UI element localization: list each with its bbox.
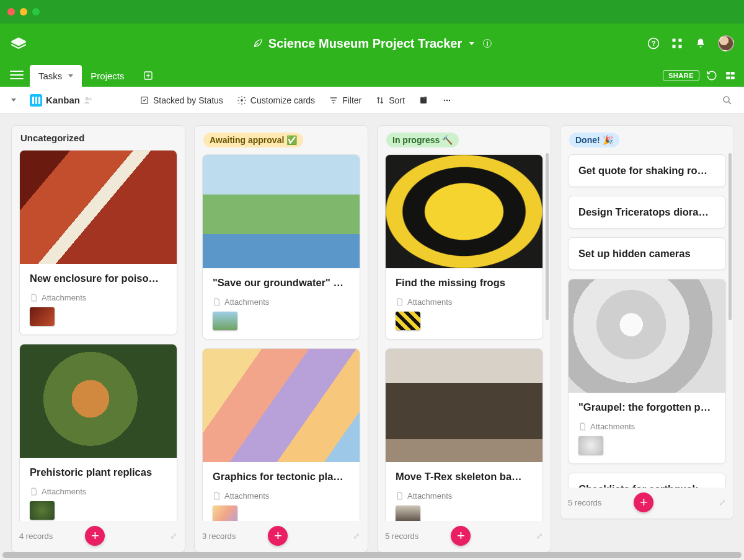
expand-column-icon[interactable]: ⤢ xyxy=(719,497,726,507)
tab-dropdown-icon[interactable] xyxy=(68,74,73,77)
collaborators-icon[interactable] xyxy=(84,95,94,105)
card-title: Set up hidden cameras xyxy=(578,248,715,260)
card[interactable]: "Save our groundwater" … Attachments xyxy=(202,154,360,339)
card[interactable]: Graphics for tectonic pla… Attachments xyxy=(202,348,360,521)
window-titlebar xyxy=(0,0,744,24)
card-title: "Graupel: the forgotten p… xyxy=(578,401,715,413)
sort-button[interactable]: Sort xyxy=(375,95,405,105)
card[interactable]: Move T-Rex skeleton ba… Attachments xyxy=(385,348,543,521)
card-title: Graphics for tectonic pla… xyxy=(213,471,350,483)
card[interactable]: Set up hidden cameras xyxy=(568,237,726,270)
expand-column-icon[interactable]: ⤢ xyxy=(170,531,177,541)
card-image xyxy=(386,349,542,462)
stacked-label: Stacked by Status xyxy=(153,95,223,105)
card-title: New enclosure for poiso… xyxy=(30,273,167,284)
svg-rect-3 xyxy=(679,39,682,42)
tab-projects-label: Projects xyxy=(91,71,124,81)
card-title: Prehistoric plant replicas xyxy=(30,466,167,478)
attachments-field: Attachments xyxy=(30,293,167,302)
svg-point-12 xyxy=(89,97,92,100)
record-count: 5 records xyxy=(568,498,601,507)
card-title: Checklists for earthquak… xyxy=(578,483,715,488)
card-image xyxy=(386,155,542,268)
filter-button[interactable]: Filter xyxy=(329,95,361,105)
info-icon[interactable]: i xyxy=(483,39,492,48)
card[interactable]: Find the missing frogs Attachments xyxy=(385,154,543,339)
minimize-window[interactable] xyxy=(20,8,27,15)
bell-icon[interactable] xyxy=(694,37,707,50)
card[interactable]: Prehistoric plant replicas Attachments xyxy=(19,344,177,521)
add-card-button[interactable]: + xyxy=(268,526,288,546)
customize-label: Customize cards xyxy=(250,95,315,105)
blocks-icon[interactable] xyxy=(724,69,737,82)
close-window[interactable] xyxy=(7,8,15,15)
app-logo-icon xyxy=(10,36,27,51)
card[interactable]: Design Triceratops diora… xyxy=(568,196,726,229)
column-awaiting-approval: Awaiting approval ✅ "Save our groundwate… xyxy=(194,125,368,553)
add-card-button[interactable]: + xyxy=(451,526,471,546)
leaf-icon xyxy=(252,38,264,49)
svg-point-11 xyxy=(86,97,89,100)
attachment-thumb[interactable] xyxy=(30,307,55,326)
attachments-field: Attachments xyxy=(396,491,533,501)
column-title: Awaiting approval ✅ xyxy=(203,133,303,147)
card-image xyxy=(203,155,360,268)
svg-rect-10 xyxy=(731,77,735,80)
share-view-icon[interactable] xyxy=(418,95,428,105)
card[interactable]: "Graupel: the forgotten p… Attachments xyxy=(568,279,726,464)
attachment-thumb[interactable] xyxy=(213,312,237,330)
history-icon[interactable] xyxy=(706,69,718,82)
views-dropdown-icon[interactable] xyxy=(11,98,16,102)
view-toolbar: Kanban Stacked by Status Customize cards… xyxy=(0,87,744,114)
card[interactable]: Get quote for shaking ro… xyxy=(568,154,726,187)
column-done: Done! 🎉 Get quote for shaking ro… Design… xyxy=(560,125,734,519)
card-image xyxy=(20,151,177,264)
attachment-thumb[interactable] xyxy=(30,501,55,520)
record-count: 4 records xyxy=(19,532,53,541)
svg-rect-7 xyxy=(726,72,730,75)
base-title[interactable]: Science Museum Project Tracker xyxy=(268,37,462,51)
menu-icon[interactable] xyxy=(10,68,24,82)
attachment-thumb[interactable] xyxy=(396,312,420,330)
add-card-button[interactable]: + xyxy=(634,492,653,512)
title-dropdown-icon[interactable] xyxy=(469,42,474,45)
maximize-window[interactable] xyxy=(32,8,40,15)
svg-rect-8 xyxy=(731,72,735,75)
record-count: 5 records xyxy=(385,532,418,541)
tab-projects[interactable]: Projects xyxy=(82,65,133,87)
expand-column-icon[interactable]: ⤢ xyxy=(536,531,543,541)
add-tab-icon[interactable] xyxy=(143,71,153,81)
card[interactable]: New enclosure for poiso… Attachments xyxy=(19,150,177,335)
help-icon[interactable]: ? xyxy=(647,37,660,50)
horizontal-scrollbar[interactable] xyxy=(2,552,742,558)
user-avatar[interactable] xyxy=(718,35,734,51)
expand-column-icon[interactable]: ⤢ xyxy=(353,531,360,541)
svg-point-17 xyxy=(446,99,448,100)
tabbar: Tasks Projects SHARE xyxy=(0,63,744,87)
search-icon[interactable] xyxy=(722,95,733,106)
more-icon[interactable] xyxy=(442,95,452,105)
stacked-by-button[interactable]: Stacked by Status xyxy=(140,95,223,105)
column-scrollbar[interactable] xyxy=(546,153,549,320)
attachment-thumb[interactable] xyxy=(213,505,237,521)
svg-point-19 xyxy=(724,97,729,102)
attachment-thumb[interactable] xyxy=(396,505,420,521)
svg-rect-9 xyxy=(726,77,730,80)
view-name: Kanban xyxy=(46,95,80,105)
customize-cards-button[interactable]: Customize cards xyxy=(237,95,315,105)
tab-tasks[interactable]: Tasks xyxy=(30,65,82,87)
column-scrollbar[interactable] xyxy=(728,153,732,320)
view-selector[interactable]: Kanban xyxy=(30,94,94,107)
apps-grid-icon[interactable] xyxy=(671,37,683,50)
sort-label: Sort xyxy=(389,95,405,105)
filter-label: Filter xyxy=(342,95,361,105)
card-image xyxy=(20,344,177,458)
card[interactable]: Checklists for earthquak… xyxy=(568,473,726,488)
share-button[interactable]: SHARE xyxy=(663,70,699,81)
tab-tasks-label: Tasks xyxy=(38,71,62,81)
attachments-field: Attachments xyxy=(396,297,533,307)
attachment-thumb[interactable] xyxy=(578,436,603,455)
add-card-button[interactable]: + xyxy=(85,526,105,546)
column-in-progress: In progress 🔨 Find the missing frogs Att… xyxy=(377,125,551,553)
svg-rect-2 xyxy=(673,39,676,42)
